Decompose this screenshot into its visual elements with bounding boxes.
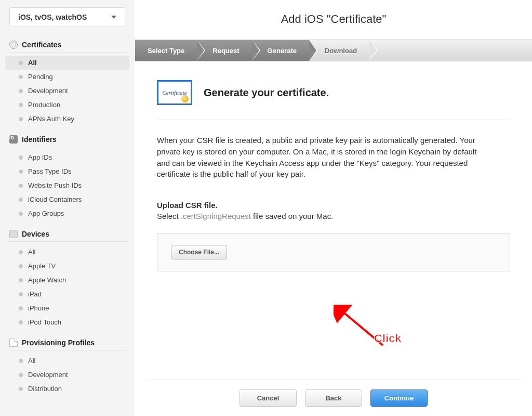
sidebar-section-id: IDIdentifiers: [7, 135, 127, 147]
sidebar-item[interactable]: All: [5, 245, 129, 259]
bullet-icon: [19, 75, 23, 79]
bullet-icon: [19, 387, 23, 391]
sidebar-item[interactable]: Apple Watch: [5, 273, 129, 287]
sidebar-item[interactable]: Apple TV: [5, 259, 129, 273]
bullet-icon: [19, 250, 23, 254]
sidebar-item-label: Development: [28, 87, 68, 95]
bullet-icon: [19, 359, 23, 363]
upload-dropzone: Choose File...: [157, 233, 510, 271]
sidebar-item-label: Pending: [28, 73, 53, 81]
cancel-button[interactable]: Cancel: [240, 389, 297, 407]
sidebar-item-label: iPod Touch: [28, 318, 61, 326]
annotation-arrow-icon: [334, 305, 391, 352]
sidebar-item-label: All: [28, 357, 35, 365]
sidebar-item-label: App IDs: [28, 153, 52, 161]
back-button[interactable]: Back: [305, 389, 362, 407]
sidebar-section-dev: Devices: [7, 230, 127, 242]
chevron-down-icon: [111, 16, 116, 19]
sidebar-item-label: Production: [28, 101, 60, 109]
sidebar-item[interactable]: Distribution: [5, 382, 129, 396]
sidebar-item[interactable]: iCloud Containers: [5, 192, 129, 206]
bullet-icon: [19, 198, 23, 202]
sidebar-item-label: Website Push IDs: [28, 181, 82, 189]
sidebar-item-label: All: [28, 59, 37, 67]
sidebar-section-title: Devices: [22, 230, 49, 238]
bullet-icon: [19, 184, 23, 188]
sidebar-section-title: Provisioning Profiles: [22, 339, 95, 347]
wizard-step[interactable]: Select Type: [135, 40, 197, 61]
annotation-label: Click: [374, 332, 402, 345]
sidebar-item[interactable]: iPod Touch: [5, 315, 129, 329]
bullet-icon: [19, 117, 23, 121]
platform-select-label: iOS, tvOS, watchOS: [18, 13, 87, 21]
sidebar-item-label: iCloud Containers: [28, 196, 82, 203]
wizard-step[interactable]: Generate: [252, 40, 309, 61]
sidebar-item[interactable]: iPad: [5, 287, 129, 301]
choose-file-button[interactable]: Choose File...: [171, 245, 227, 259]
footer-actions: Cancel Back Continue: [145, 380, 522, 416]
bullet-icon: [19, 306, 23, 310]
sidebar-item-label: All: [28, 248, 35, 256]
content-area: Certificate Generate your certificate. W…: [135, 61, 532, 380]
sidebar-section-title: Certificates: [22, 41, 61, 49]
sidebar-item[interactable]: Production: [5, 98, 129, 112]
bullet-icon: [19, 264, 23, 268]
description-text: When your CSR file is created, a public …: [157, 135, 489, 180]
page-title: Add iOS "Certificate": [135, 0, 532, 40]
sidebar-item[interactable]: Pending: [5, 70, 129, 84]
sidebar-section-prov: Provisioning Profiles: [7, 339, 127, 350]
sidebar-section-cert: Certificates: [7, 41, 127, 53]
bullet-icon: [19, 212, 23, 216]
cert-icon: [9, 41, 18, 49]
sidebar-item-label: APNs Auth Key: [28, 115, 74, 123]
sidebar-section-title: Identifiers: [22, 135, 57, 144]
bullet-icon: [19, 292, 23, 296]
sidebar-item-label: Distribution: [28, 385, 62, 393]
seal-icon: [181, 95, 189, 102]
sidebar-item-label: iPad: [28, 290, 42, 298]
upload-heading: Upload CSR file.: [157, 201, 510, 210]
sidebar-item[interactable]: Development: [5, 368, 129, 382]
sidebar-item-label: iPhone: [28, 304, 49, 312]
bullet-icon: [19, 320, 23, 324]
bullet-icon: [19, 155, 23, 160]
sidebar-item[interactable]: Pass Type IDs: [5, 164, 129, 178]
continue-button[interactable]: Continue: [370, 389, 428, 407]
certificate-icon: Certificate: [157, 80, 192, 105]
sidebar-item[interactable]: App IDs: [5, 150, 129, 164]
sidebar-item-label: Apple Watch: [28, 276, 66, 284]
bullet-icon: [19, 103, 23, 107]
bullet-icon: [19, 170, 23, 174]
sidebar-item[interactable]: APNs Auth Key: [5, 112, 129, 126]
sidebar-item[interactable]: Website Push IDs: [5, 178, 129, 192]
svg-line-0: [342, 311, 383, 345]
sidebar-item[interactable]: Development: [5, 84, 129, 98]
wizard-step[interactable]: Download: [309, 40, 369, 61]
sidebar: iOS, tvOS, watchOS CertificatesAllPendin…: [0, 0, 135, 416]
platform-select[interactable]: iOS, tvOS, watchOS: [9, 7, 125, 27]
upload-subtext: Select .certSigningRequest file saved on…: [157, 212, 510, 220]
sidebar-item[interactable]: App Groups: [5, 206, 129, 220]
sidebar-item-label: Apple TV: [28, 262, 56, 270]
id-icon: ID: [9, 135, 18, 144]
sidebar-item-label: App Groups: [28, 210, 64, 217]
sidebar-item-label: Development: [28, 371, 68, 379]
bullet-icon: [19, 373, 23, 377]
wizard-steps: Select TypeRequestGenerateDownload: [135, 40, 532, 61]
bullet-icon: [19, 278, 23, 282]
sidebar-item[interactable]: All: [5, 56, 129, 70]
bullet-icon: [19, 61, 23, 65]
sidebar-item[interactable]: All: [5, 354, 129, 368]
main-panel: Add iOS "Certificate" Select TypeRequest…: [135, 0, 532, 416]
bullet-icon: [19, 89, 23, 93]
sidebar-item[interactable]: iPhone: [5, 301, 129, 315]
sidebar-item-label: Pass Type IDs: [28, 167, 72, 175]
prov-icon: [9, 339, 18, 347]
dev-icon: [9, 230, 18, 238]
section-heading: Generate your certificate.: [204, 87, 329, 99]
